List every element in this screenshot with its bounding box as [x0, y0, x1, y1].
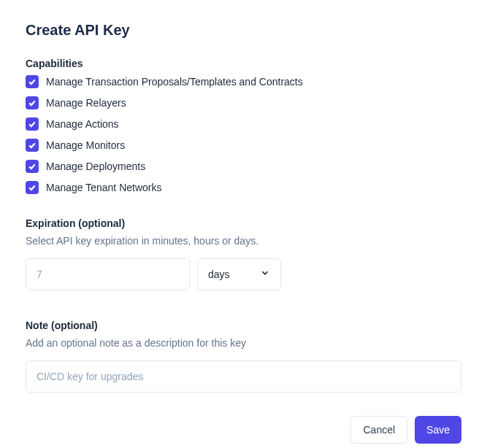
capability-row: Manage Monitors — [26, 139, 461, 152]
chevron-down-icon — [260, 268, 270, 281]
capability-label: Manage Transaction Proposals/Templates a… — [46, 76, 303, 88]
note-section: Note (optional) Add an optional note as … — [26, 320, 461, 393]
capabilities-section: Capabilities Manage Transaction Proposal… — [26, 58, 461, 194]
capability-label: Manage Deployments — [46, 161, 145, 172]
capability-label: Manage Monitors — [46, 139, 125, 151]
capability-row: Manage Transaction Proposals/Templates a… — [26, 75, 461, 88]
checkbox-manage-transactions[interactable] — [26, 75, 39, 88]
capability-row: Manage Deployments — [26, 160, 461, 173]
checkbox-manage-actions[interactable] — [26, 117, 39, 131]
expiration-value-input[interactable]: 7 — [26, 258, 190, 290]
capability-label: Manage Tenant Networks — [46, 182, 162, 193]
check-icon — [28, 77, 37, 86]
capability-row: Manage Actions — [26, 117, 461, 131]
check-icon — [28, 162, 37, 171]
expiration-placeholder: 7 — [37, 269, 42, 280]
checkbox-manage-deployments[interactable] — [26, 160, 39, 173]
checkbox-manage-monitors[interactable] — [26, 139, 39, 152]
capabilities-list: Manage Transaction Proposals/Templates a… — [26, 75, 461, 194]
footer-buttons: Cancel Save — [26, 416, 461, 444]
page-title: Create API Key — [26, 22, 461, 39]
note-input[interactable]: CI/CD key for upgrades — [26, 360, 461, 393]
check-icon — [28, 99, 37, 107]
cancel-button[interactable]: Cancel — [350, 416, 407, 444]
expiration-row: 7 days — [26, 258, 461, 290]
check-icon — [28, 141, 37, 150]
save-button[interactable]: Save — [415, 416, 461, 444]
expiration-unit-select[interactable]: days — [197, 258, 281, 290]
checkbox-manage-relayers[interactable] — [26, 96, 39, 109]
capability-row: Manage Tenant Networks — [26, 181, 461, 194]
capability-label: Manage Relayers — [46, 97, 126, 109]
expiration-unit-value: days — [208, 269, 230, 280]
check-icon — [28, 120, 37, 128]
note-help: Add an optional note as a description fo… — [26, 337, 461, 349]
capability-row: Manage Relayers — [26, 96, 461, 109]
note-label: Note (optional) — [26, 320, 461, 331]
expiration-section: Expiration (optional) Select API key exp… — [26, 217, 461, 290]
capabilities-label: Capabilities — [26, 58, 461, 69]
capability-label: Manage Actions — [46, 118, 119, 130]
checkbox-manage-tenant-networks[interactable] — [26, 181, 39, 194]
note-placeholder: CI/CD key for upgrades — [37, 371, 143, 382]
expiration-label: Expiration (optional) — [26, 217, 461, 229]
expiration-help: Select API key expiration in minutes, ho… — [26, 235, 461, 247]
check-icon — [28, 183, 37, 192]
